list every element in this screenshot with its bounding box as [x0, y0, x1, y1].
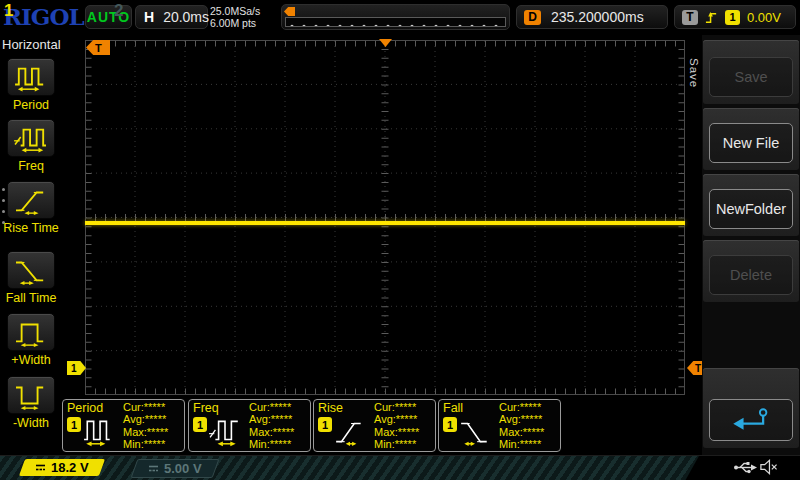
freq-icon	[209, 415, 241, 447]
trigger-source-badge: 1	[725, 10, 740, 25]
timebase-value: 20.0ms	[163, 9, 209, 25]
measurement-stats: Cur:***** Avg:***** Max:***** Min:*****	[123, 401, 168, 450]
channel1-offset-marker: 1	[67, 361, 86, 375]
sample-rate: 25.0MSa/s	[210, 6, 260, 18]
channel1-trace	[85, 221, 685, 225]
menu-item-label: Period	[0, 98, 62, 112]
rise-time-icon	[12, 185, 50, 215]
graticule-grid	[85, 40, 685, 395]
menu-item-rise-time[interactable]: Rise Time	[0, 181, 62, 235]
menu-item-freq[interactable]: Freq	[0, 119, 62, 173]
status-bar	[0, 455, 800, 480]
menu-tile: NewFolder	[703, 174, 799, 236]
measurement-stats: Cur:***** Avg:***** Max:***** Min:*****	[249, 401, 294, 450]
channel2-scale: 5.00 V	[164, 461, 202, 476]
period-icon	[83, 415, 115, 447]
channel1-status[interactable]: 18.2 V	[19, 459, 105, 476]
acquisition-readout: 25.0MSa/s 6.00M pts	[210, 6, 260, 29]
menu-item-label: -Width	[0, 416, 62, 430]
measurement-source-badge: 1	[67, 417, 81, 432]
timebase-label: H	[144, 9, 154, 25]
measurement-source-badge: 1	[193, 417, 207, 432]
trigger-level-value: 0.00V	[747, 10, 781, 25]
measurement-stats: Cur:***** Avg:***** Max:***** Min:*****	[499, 401, 544, 450]
usb-icon	[733, 461, 757, 474]
new-folder-button[interactable]: NewFolder	[709, 189, 793, 229]
oscilloscope-screen: RIGOL AUTO H 20.0ms 25.0MSa/s 6.00M pts …	[0, 0, 800, 480]
menu-tile: New File	[703, 108, 799, 170]
channel2-status[interactable]: 5.00 V	[131, 459, 220, 478]
rise-time-icon	[334, 415, 366, 447]
period-icon	[12, 62, 50, 92]
dc-coupling-icon	[35, 463, 46, 472]
horizontal-delay-readout: D 235.200000ms	[516, 5, 668, 29]
menu-item-fall-time[interactable]: Fall Time	[0, 251, 62, 305]
back-button[interactable]	[709, 399, 793, 441]
freq-icon	[12, 123, 50, 153]
plus-width-icon	[12, 317, 50, 347]
measurement-source-badge: 1	[318, 417, 332, 432]
menu-item-label: +Width	[0, 353, 62, 367]
measurement-name: Freq	[193, 401, 219, 415]
menu-item-plus-width[interactable]: +Width	[0, 313, 62, 367]
speaker-muted-icon	[759, 459, 778, 475]
trigger-status-badge: AUTO	[85, 5, 132, 29]
return-arrow-icon	[729, 406, 773, 434]
menu-tile	[703, 368, 799, 448]
save-button[interactable]: Save	[709, 57, 793, 97]
measurement-rise: Rise 1 Cur:***** Avg:***** Max:***** Min…	[313, 399, 436, 452]
rising-edge-icon	[705, 10, 718, 25]
timebase-readout: H 20.0ms	[135, 5, 208, 29]
measurement-name: Period	[67, 401, 103, 415]
fall-time-icon	[459, 415, 491, 447]
measurement-source-badge: 1	[443, 417, 457, 432]
menu-item-label: Rise Time	[0, 221, 62, 235]
menu-tile: Save	[703, 40, 799, 104]
measurement-stats: Cur:***** Avg:***** Max:***** Min:*****	[374, 401, 419, 450]
measurement-freq: Freq 1 Cur:***** Avg:***** Max:***** Min…	[188, 399, 311, 452]
minus-width-icon	[12, 380, 50, 410]
channel2-number[interactable]: 2	[114, 1, 123, 21]
menu-item-label: Freq	[0, 159, 62, 173]
fall-time-icon	[12, 255, 50, 285]
overview-position-icon	[284, 7, 295, 16]
measurement-period: Period 1 Cur:***** Avg:***** Max:***** M…	[62, 399, 185, 452]
channel1-scale: 18.2 V	[51, 460, 89, 475]
overview-wave-strip	[285, 17, 506, 27]
channel1-number[interactable]: 1	[4, 1, 13, 21]
measurement-name: Fall	[443, 401, 463, 415]
menu-item-period[interactable]: Period	[0, 58, 62, 112]
delete-button[interactable]: Delete	[709, 255, 793, 295]
left-menu-title: Horizontal	[2, 37, 61, 52]
graticule	[85, 40, 685, 395]
memory-depth: 6.00M pts	[210, 18, 260, 30]
delay-value: 235.200000ms	[551, 9, 644, 25]
menu-item-label: Fall Time	[0, 291, 62, 305]
trigger-readout: T 1 0.00V	[674, 5, 796, 29]
dc-coupling-icon	[148, 464, 159, 473]
menu-item-minus-width[interactable]: -Width	[0, 376, 62, 430]
delay-badge: D	[524, 10, 541, 25]
new-file-button[interactable]: New File	[709, 123, 793, 163]
measurement-fall: Fall 1 Cur:***** Avg:***** Max:***** Min…	[438, 399, 561, 452]
menu-tile: Delete	[703, 240, 799, 302]
waveform-overview	[281, 4, 510, 30]
right-menu-title: Save	[688, 58, 700, 122]
rigol-logo: RIGOL	[3, 3, 84, 30]
measurement-name: Rise	[318, 401, 343, 415]
trigger-badge: T	[682, 10, 698, 25]
overview-wave-icon	[286, 22, 506, 27]
